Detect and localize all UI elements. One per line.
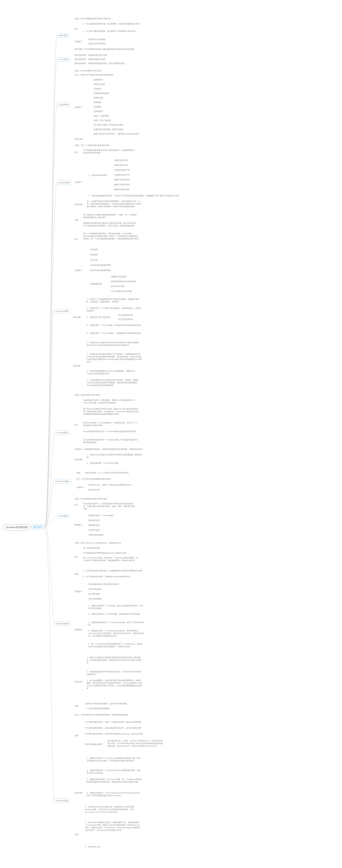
channel-module[interactable]: Channel模块 — [57, 181, 72, 185]
conn-op3b: 用户态发送缓冲区 — [118, 318, 133, 321]
el-det: 详细描述 — [74, 628, 82, 631]
socket-des-1: 绑定地址信息 — [94, 83, 105, 86]
channel-des1-1: 描述符是否可写 — [114, 164, 128, 166]
tcp-op1: 1、该模块内部含有一个EventLoop对象做来后面别客户端，即为主线程的Eve… — [87, 757, 142, 762]
conn-sig-v: 是一个对连接做管理的模块，是对Buffer模块，Socket模块、Channel… — [83, 232, 139, 240]
server-module[interactable]: Server模块 — [57, 57, 70, 62]
conn-op5: 5、内部包含有一个Channel模块，完成描述符IO事件就绪的回调 — [87, 332, 141, 335]
conn-cb-2: 缓冲区完毕回调 — [111, 285, 124, 288]
tcp-sig: 意义 > 让组件使用者可以更加轻松的搭建一个服务器的整体构建 — [74, 713, 128, 716]
tcp-gn: 功能 — [74, 734, 78, 737]
el-fn: 功能 > 是one thread one loop的对loop，也就是React… — [74, 541, 121, 544]
server-l3: 超时连接管理：对超时的连接进行释放（这样才能更加高效） — [74, 62, 126, 65]
el-th2: 2、对于连接的所有操作，都要放在eventloop线程中执行 — [83, 575, 131, 578]
poller-sig-v: 对epoll进行的封装，让对描述符进行事件监控的操作更加简单，主要实现epoll… — [83, 502, 135, 510]
socket-module[interactable]: Socket模块 — [57, 102, 71, 107]
conn-des-1: 发送数据 — [90, 253, 98, 256]
timerqueue-module[interactable]: TimerQueue模块 — [53, 479, 71, 484]
socket-des: 功能设计 — [74, 106, 82, 108]
el-det5: 5、每一个Connection事件监督都对应于一个EventLoop，这样就形对… — [89, 643, 144, 648]
channel-des1-3: 对描述符监控可写 — [114, 174, 130, 176]
poller-if5: 对事件监控的模块 — [89, 534, 104, 536]
conn-des: 功能设计 — [74, 269, 82, 272]
channel-sig1: 对于描述符的监控事件在用户态更容易维护，以及触发事件后的操作流程更加简便 — [83, 149, 135, 154]
tcpserver-module[interactable]: TcpServer模块 — [54, 799, 70, 803]
socket-op: 操作步骤 > — [74, 138, 84, 141]
poller-if3: 移除事件监控 — [89, 524, 100, 527]
channel-op: 操作步骤 — [74, 203, 82, 206]
el-des: 功能设计 — [74, 590, 82, 593]
tcp-gn3: 对于事件监控的管理 -> 启动全部IO由事件EventLoop，由Server设… — [85, 733, 143, 735]
el-th: 思想 — [74, 573, 78, 576]
tcp-op2: 2、该模块内部含有一个EventThreadPool对象即程的对象，也就是子Re… — [87, 769, 142, 774]
tcp-flow: 流程 — [74, 833, 78, 836]
el-det1: 1、该模块内部含有一个eventfd，是linux内核提供的事件fd，专门用于事… — [89, 604, 144, 610]
poller-sig: 意义 — [74, 503, 78, 506]
conn-des-5: 回调函数设置 — [90, 283, 102, 285]
timer-fn1: 定时任务模块，让一个任务可以在以至定时间后执行 — [85, 471, 129, 474]
group-server-modules[interactable]: 服务器模块 — [31, 525, 44, 529]
channel-op-v: 对一个描述符件进行IO事件管理的模块，实现对描述符可读、可写、错误等事件的管理操… — [87, 200, 142, 208]
channel-des1-4: 解除可读事件监控 — [114, 179, 130, 181]
el-sig2: 对于服务器的所有事件都是由EventLoop模块完成的 — [83, 552, 127, 554]
conn-flow1: 1、实现向Channel提供可读可错等不同事件的IO事件回调函数，然后将Chan… — [87, 341, 142, 346]
el-sig3: 每一个Connection连接，都会绑定一个EventLoop模块和线程，因为外… — [83, 557, 139, 562]
connection-module[interactable]: Connection模块 — [54, 309, 71, 313]
acc-fn: 功能 > 对监听套接字进行管理 — [74, 394, 100, 396]
el-det4: 4、该模块内含有一个Pending TaskList队列，组件使用者向Conne… — [89, 629, 144, 637]
conn-des-3: 启动非活跃连接超时释放 — [90, 264, 111, 267]
socket-des-10: 设计套接字选项--开启地址端口重用 — [94, 124, 124, 126]
poller-if4: 启动事件监控 — [89, 529, 100, 531]
conn-flow2: 2、向通负在Poller模块对象有了IO可读事件，则调用描述符对应Channel… — [87, 353, 142, 363]
poller-if: 模块接口 — [74, 524, 82, 526]
timer-fn: 功能 — [76, 471, 80, 474]
conn-fn: 功能 — [74, 219, 78, 221]
conn-op3a: 用户态接收缓冲区 — [118, 314, 133, 316]
socket-des-6: 发送数据 — [94, 105, 101, 108]
conn-des-4: 取消非活跃连接超时释放 — [90, 269, 111, 272]
el-des2: 定时任务的添加 — [89, 588, 102, 590]
socket-des-4: 获取新连接 — [94, 96, 103, 99]
conn-fn1: 这个模块是对于通信连接的整体管理的一个模块，对一个连接的操作都是通过这个模块进行 — [83, 214, 137, 219]
el-op3: 3、由于epoll重要性，如果没有活跃没有就绪就需要等待，就绪才唤醒，导到任务队… — [87, 679, 142, 689]
channel-sig: 意义 — [74, 151, 78, 154]
acc-op: 操作步骤 — [74, 458, 82, 461]
acc-sig4: Acceptor模块内部包含有一个Socket对象实现监听套接字的操作 — [83, 430, 137, 433]
socket-des-5: 接收数据 — [94, 101, 101, 104]
el-des3: 进行事件判断 — [89, 593, 100, 595]
poller-fn: 功能 > 对任意的描述符进行IO事件监控 — [74, 498, 107, 500]
conn-flow3: 3、组件使用者需要给Connection发送数据时，需要先写入Connectio… — [87, 370, 142, 375]
channel-des1-2: 对描述符监控可读 — [114, 169, 130, 172]
timer-des: 功能设计 — [76, 486, 84, 489]
tcp-gn1: 对于通信连接的管理 -> 设置一个连接后的管理，由Server模块设置 — [85, 721, 141, 723]
timer-des2: 取消定时任务 — [89, 489, 100, 491]
el-op1: 1、通过Poller模块对当前模块管理内的所有描述符进行IO事件监控，有描述符事… — [87, 656, 142, 664]
el-th1: 1、对所有连接进行事件监控 -> 连接触发事件后调用回调函数进行处理 — [83, 569, 142, 572]
socket-des-0: 创建套接字 — [94, 79, 103, 81]
tcp-op3: 3、该模块内部包含有一个Acceptor对象，是一个TcpServer模块内即监… — [87, 778, 142, 783]
acc-sig1: 当监听套接字收到一个新连接时，需要为这个通信连接封装一个Connection对象… — [83, 399, 139, 404]
conn-cb-1: 连接有数据接收成功后的回调 — [111, 280, 136, 283]
tcp-gn2: 对于超时连接的管理 -> 连接活跃超时后的关闭，由Server模块设置 — [85, 727, 141, 729]
buffer-sig1: 1、防止接收到的数据不是一条完整数据，对接收到的数据进行缓冲 — [83, 23, 140, 25]
tcp-flow3: 3、启动BaseLoop — [85, 845, 100, 848]
acceptor-module[interactable]: Acceptor模块 — [55, 431, 70, 435]
socket-des-3: 向服务器发起链接 — [94, 92, 109, 95]
eventloop-module[interactable]: EventLoop模块 — [54, 621, 71, 626]
buffer-module[interactable]: Buffer模块 — [57, 33, 70, 38]
channel-fn: 功能 > 对于一个描述符进行监听事件管理 — [74, 144, 109, 147]
tcp-fn1: 对所有的子模块的整合模块，是对所有子模块构建 — [85, 702, 127, 705]
poller-module[interactable]: Poller模块 — [57, 514, 70, 518]
socket-des-7: 关闭套接字 — [94, 110, 103, 113]
conn-cb-0: 连接建立完成回调 — [111, 275, 126, 278]
socket-des-end: 套接字的进行任何的封装，主要是对socket的各项操作 — [94, 133, 139, 135]
acc-sig2: 因为以Acceptor模块本身并不知道一连接产生了某个事件该如何处理，因此获取新… — [83, 408, 139, 415]
server-l1: 监听连接管理：对监听套接字进行管理 — [74, 54, 107, 56]
conn-flow: 具体流程 — [73, 365, 80, 367]
buffer-des2: 从缓冲区中取出数据 — [89, 42, 106, 45]
socket-des-9: 创建一个客户端连接 — [94, 119, 111, 122]
conn-fn2: 对通道所有的事件进行集合这个模块进行处理，因为对他的设计中不仅是读或是写问能事件… — [83, 222, 137, 227]
conn-op4: 4、内部包含有一个Socket对象，即对套接字进行到系统均IO操作 — [87, 324, 141, 327]
tcp-op: 操作步骤 — [74, 792, 82, 794]
socket-des-11: 设置套接字阻塞属性--设置为非阻塞 — [94, 128, 124, 131]
